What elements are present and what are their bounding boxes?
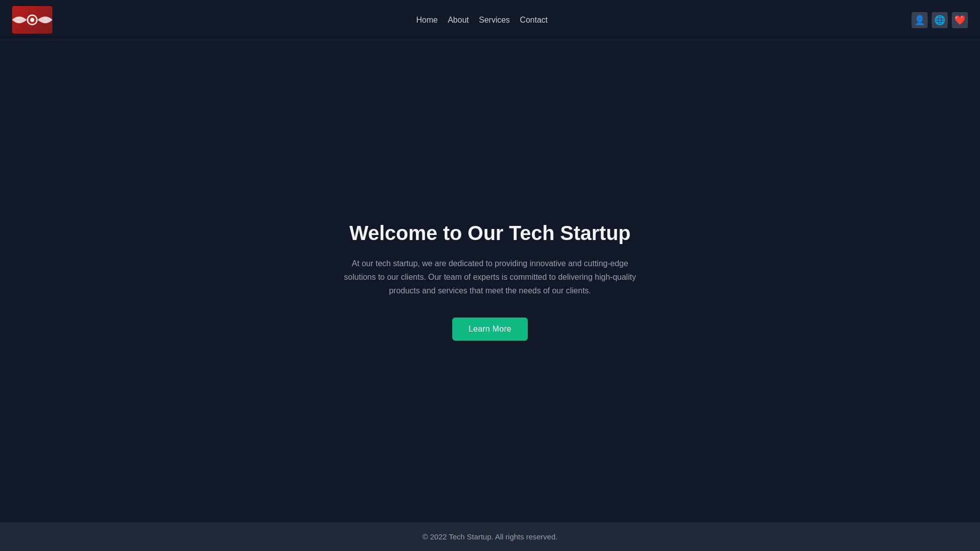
hero-title: Welcome to Our Tech Startup bbox=[344, 222, 636, 245]
hero-description: At our tech startup, we are dedicated to… bbox=[344, 257, 636, 298]
copyright-text: © 2022 Tech Startup. All rights reserved… bbox=[423, 532, 557, 541]
svg-point-2 bbox=[30, 18, 34, 22]
main-content: Welcome to Our Tech Startup At our tech … bbox=[0, 40, 980, 522]
hero-section: Welcome to Our Tech Startup At our tech … bbox=[334, 202, 646, 361]
footer: © 2022 Tech Startup. All rights reserved… bbox=[0, 522, 980, 551]
nav-home[interactable]: Home bbox=[416, 16, 438, 24]
nav-contact[interactable]: Contact bbox=[520, 16, 547, 24]
user-icon[interactable]: 👤 bbox=[912, 12, 928, 28]
learn-more-button[interactable]: Learn More bbox=[452, 318, 527, 341]
nav-about[interactable]: About bbox=[448, 16, 469, 24]
nav-icons-group: 👤 🌐 ❤️ bbox=[912, 12, 968, 28]
navbar: Home About Services Contact 👤 🌐 ❤️ bbox=[0, 0, 980, 40]
logo[interactable] bbox=[12, 6, 52, 34]
globe-icon[interactable]: 🌐 bbox=[932, 12, 948, 28]
nav-services[interactable]: Services bbox=[479, 16, 510, 24]
heart-icon[interactable]: ❤️ bbox=[952, 12, 968, 28]
nav-links: Home About Services Contact bbox=[416, 16, 548, 25]
